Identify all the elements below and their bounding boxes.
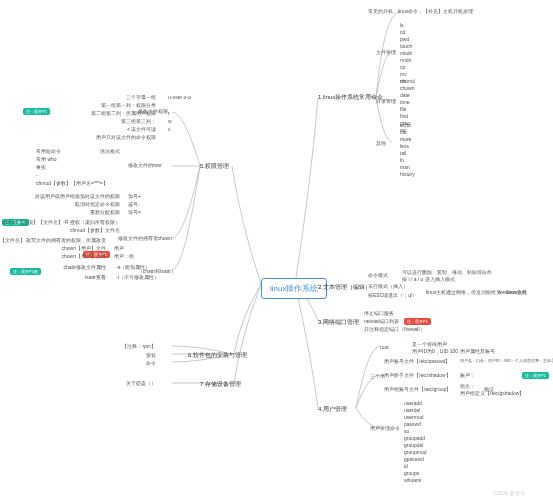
leaf-b1n1c-7: mv — [400, 71, 412, 77]
row-fpi-3: 第三组第三列： — [121, 118, 156, 124]
branch-7[interactable]: 7.存储设备管理 — [200, 380, 241, 389]
b4-root: root — [380, 344, 389, 350]
leaf-b1n3c-0: echo — [400, 122, 415, 128]
row-ci-1: 对该用户或用户组添加对该文件的权限 — [35, 193, 120, 199]
leaf-b4cmds-9: id — [404, 463, 427, 469]
leaf-b1n3c-2: more — [400, 136, 415, 142]
b4-cls: 三个类 — [370, 373, 385, 379]
b4-top: 是一个特殊用户 — [412, 341, 447, 347]
row-co-0: chown【文件名】:改写文件的拥有者的权限，所属改变 — [0, 237, 106, 243]
leaf-b1n2c-5: find — [400, 113, 415, 119]
row-fpi-4: -r 该文件可读 — [126, 126, 156, 132]
row-r-at-0: -a（附加属性） — [116, 264, 150, 270]
row-r-ci-3: 等号= — [128, 209, 141, 215]
row-r-fpi-0: u-user o-o — [168, 94, 191, 100]
b3-stop: 停止端口服务 — [364, 310, 394, 316]
tag-1: 注：展开P1 — [23, 108, 50, 115]
watermark: CSDN @学习 — [494, 490, 525, 496]
b1-dir-mgmt[interactable]: 目录管理 — [376, 98, 396, 104]
leaf-b1n3c-1: cat — [400, 129, 415, 135]
b2-cmd-mode: 命令模式 — [368, 272, 388, 278]
leaf-b1n1c-5: rmdir — [400, 57, 412, 63]
branch-5[interactable]: 5.权限管理 — [200, 162, 229, 171]
mindmap-canvas: linux操作系统 1.linux操作系统常用命令 常见的开机、linux命令：… — [0, 0, 553, 500]
b4-c3: 用户组账号文件【/etc/group】 — [384, 386, 451, 392]
b4-c3r: 组名： — [460, 383, 475, 389]
row-r-ci-2: 减号- — [128, 201, 140, 207]
leaf-b1n3c-6: man — [400, 164, 415, 170]
leaf-b1n1c-3: touch — [400, 43, 412, 49]
tag-7: 注：展开P1 — [522, 372, 549, 379]
leaf-b1n1c-0: ls — [400, 22, 412, 28]
branch-1[interactable]: 1.linux操作系统常用命令 — [318, 93, 383, 102]
row-at-0: chattr修改文件属性 — [63, 264, 106, 270]
leaf-b4cmds-4: su — [404, 428, 427, 434]
leaf-b1n2c-0: chomd — [400, 78, 415, 84]
row-r-fpi-3: w — [168, 118, 172, 124]
b4-c1r: 用户名：口令：用户ID：GID：个人信息注释：主目录：登录shell — [460, 358, 553, 363]
leaf-b1n2c-4: file — [400, 106, 415, 112]
leaf-tln-4: chmod【参数】【用户名=***=】 — [36, 180, 108, 186]
b6-n3: 命令 — [146, 360, 156, 366]
row-ce-1: chmod【参数】文件名 — [70, 227, 120, 233]
leaf-b4cmds-1: userdel — [404, 407, 427, 413]
branch-6[interactable]: 6.软件包的安装与管理 — [188, 351, 247, 360]
branch-4[interactable]: 4.用户管理 — [318, 405, 347, 414]
row-co-2: chown【用户】文件 — [62, 253, 106, 259]
leaf-tln-1: 常用 who — [36, 156, 108, 162]
row-r-at-1: -i（不可修改属性） — [116, 274, 159, 280]
row-r-co-2: 用户：组 — [114, 253, 134, 259]
row-r-ci-1: 加号+ — [128, 193, 141, 199]
leaf-b1n1c-4: mkdir — [400, 50, 412, 56]
leaf-b4cmds-10: groups — [404, 470, 427, 476]
b5-chown: 修改文件的拥有者chown — [118, 235, 172, 241]
row-r-fpi-2: r — [168, 110, 170, 116]
b4-c2r: 账户： — [460, 372, 475, 378]
row-fpi-0: 三个字母一组 — [126, 94, 156, 100]
leaf-b1n1c-1: cd — [400, 29, 412, 35]
leaf-b4cmds-7: groupmod — [404, 449, 427, 455]
b4-c2: 用户影子文件【/etc/shadow】 — [384, 372, 451, 378]
row-r-co-1: 用户 — [114, 245, 124, 251]
leaf-b4cmds-0: useradd — [404, 400, 427, 406]
leaf-b1n1c-2: pwd — [400, 36, 412, 42]
b2-note2: 按 i / a / o 进入插入模式 — [402, 276, 455, 282]
b4-c3r3: 验证 — [484, 386, 494, 392]
leaf-b4cmds-11: whoami — [404, 477, 427, 483]
leaf-b1n3c-5: ln — [400, 157, 415, 163]
row-r-fpi-4: x — [168, 126, 171, 132]
b6-n1: 【注释：rpm】 — [122, 343, 156, 349]
b3-netstat: netstat端口列表 — [364, 318, 399, 324]
b5-chmod: 修改文件的rwxr — [128, 162, 162, 168]
leaf-b1n3c-3: less — [400, 143, 415, 149]
row-ci-0: 语法格式 — [100, 148, 120, 154]
tag-4: 注：展开P1图 — [10, 268, 41, 275]
row-ci-2: 取消对指定命令权限 — [75, 201, 120, 207]
row-fpi-5: 用户只对该文件的命令权限 — [96, 134, 156, 140]
row-co-1: chown【用户】文件 — [62, 245, 106, 251]
leaf-b4cmds-6: groupdel — [404, 442, 427, 448]
row-ce-0: chmod 【选项】【文件名】-R 授权（递归所有权限） — [2, 219, 120, 225]
b1-file-mgmt[interactable]: 文件管理 — [376, 49, 396, 55]
leaf-tln-3: - — [36, 172, 108, 178]
b4-c1: 用户账号文件【/etc/passwd】 — [384, 358, 450, 364]
b1-other[interactable]: 其他 — [376, 140, 386, 146]
row-ci-3: 重新分配权限 — [90, 209, 120, 215]
leaf-b1n3c-4: tail — [400, 150, 415, 156]
branch-2[interactable]: 2.文本管理（编辑） — [318, 283, 371, 292]
leaf-b1n2c-1: chown — [400, 85, 415, 91]
leaf-b1n2c-2: date — [400, 92, 415, 98]
b4-s1: 用户ID为0，UID 100 用户属性及账号 — [412, 348, 495, 354]
b2-last-mode: 末行模式（插入） — [368, 283, 408, 289]
branch-3[interactable]: 3.网络端口管理 — [318, 318, 359, 327]
b1-top-note: 常见的开机、linux命令：【补充】主机开机原理 — [368, 8, 473, 14]
leaf-b4cmds-3: passwd — [404, 421, 427, 427]
row-at-1: lsattr查看 — [85, 274, 106, 280]
b7-n1: 关于硬盘（） — [126, 380, 156, 386]
tag-5: 注：展开P1 — [404, 318, 431, 325]
leaf-b1n2c-3: time — [400, 99, 415, 105]
leaf-tln-2: 事实 — [36, 164, 108, 170]
row-fpi-1: 第一组第一列：权限分类 — [101, 102, 156, 108]
b2-note1: 可以进行删除、复制、移动、粘贴等操作 — [402, 269, 492, 275]
b4-mgmt: 用户管理命令 — [370, 425, 400, 431]
